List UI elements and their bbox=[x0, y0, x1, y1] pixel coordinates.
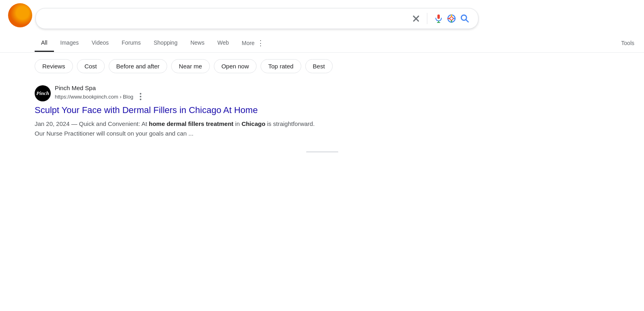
search-results: Pinch Pinch Med Spa https://www.bookpinc… bbox=[0, 80, 644, 143]
nav-tabs: All Images Videos Forums Shopping News W… bbox=[0, 31, 644, 53]
result-options-button[interactable] bbox=[137, 91, 145, 102]
result-item: Pinch Pinch Med Spa https://www.bookpinc… bbox=[35, 80, 325, 143]
chip-near-me[interactable]: Near me bbox=[171, 59, 210, 73]
clear-button[interactable] bbox=[410, 12, 422, 25]
snippet-bold-2: Chicago bbox=[242, 120, 265, 127]
filter-chips: Reviews Cost Before and after Near me Op… bbox=[0, 53, 644, 80]
svg-line-11 bbox=[466, 20, 468, 22]
snippet-date: Jan 20, 2024 bbox=[35, 120, 70, 127]
svg-rect-1 bbox=[437, 14, 440, 17]
scroll-hint-line bbox=[306, 151, 338, 152]
tab-news[interactable]: News bbox=[184, 35, 211, 52]
source-url: https://www.bookpinch.com › Blog bbox=[55, 94, 133, 100]
search-icon bbox=[460, 13, 470, 24]
svg-point-5 bbox=[450, 17, 453, 20]
more-dots-icon: ⋮ bbox=[257, 39, 264, 47]
search-box: chicago lip filler at home bbox=[35, 8, 478, 29]
bottom-hint bbox=[0, 143, 644, 161]
chip-cost[interactable]: Cost bbox=[77, 59, 105, 73]
mic-icon bbox=[434, 14, 443, 23]
tab-web[interactable]: Web bbox=[211, 35, 236, 52]
search-input[interactable]: chicago lip filler at home bbox=[42, 14, 410, 23]
site-favicon: Pinch bbox=[35, 85, 51, 101]
tab-videos[interactable]: Videos bbox=[85, 35, 115, 52]
result-title[interactable]: Sculpt Your Face with Dermal Fillers in … bbox=[35, 104, 325, 117]
search-bar-area: chicago lip filler at home bbox=[0, 0, 644, 31]
three-dots-icon bbox=[139, 92, 142, 101]
tools-button[interactable]: Tools bbox=[615, 35, 644, 51]
source-info: Pinch Med Spa https://www.bookpinch.com … bbox=[55, 84, 145, 102]
chip-top-rated[interactable]: Top rated bbox=[261, 59, 301, 73]
voice-search-button[interactable] bbox=[432, 12, 445, 25]
lens-search-button[interactable] bbox=[445, 12, 458, 25]
chip-open-now[interactable]: Open now bbox=[214, 59, 257, 73]
tab-images[interactable]: Images bbox=[54, 35, 85, 52]
tab-all[interactable]: All bbox=[35, 35, 54, 52]
more-label: More bbox=[242, 40, 255, 46]
tab-shopping[interactable]: Shopping bbox=[147, 35, 184, 52]
result-source: Pinch Pinch Med Spa https://www.bookpinc… bbox=[35, 84, 325, 102]
tab-forums[interactable]: Forums bbox=[115, 35, 147, 52]
x-icon bbox=[412, 14, 420, 23]
more-menu-button[interactable]: More ⋮ bbox=[235, 34, 271, 52]
chip-best[interactable]: Best bbox=[305, 59, 333, 73]
snippet-bold-1: home dermal fillers treatment bbox=[149, 120, 234, 127]
source-name: Pinch Med Spa bbox=[55, 84, 145, 91]
result-snippet: Jan 20, 2024 — Quick and Convenient: At … bbox=[35, 119, 325, 138]
source-url-row: https://www.bookpinch.com › Blog bbox=[55, 91, 145, 102]
snippet-em-dash: — Quick and Convenient: At bbox=[71, 120, 149, 127]
google-logo-corner bbox=[8, 3, 32, 27]
chip-before-after[interactable]: Before and after bbox=[109, 59, 168, 73]
search-submit-button[interactable] bbox=[458, 12, 472, 25]
divider bbox=[427, 13, 427, 24]
chip-reviews[interactable]: Reviews bbox=[35, 59, 73, 73]
favicon-text: Pinch bbox=[36, 90, 49, 97]
lens-icon bbox=[447, 14, 456, 23]
snippet-in: in bbox=[234, 120, 242, 127]
